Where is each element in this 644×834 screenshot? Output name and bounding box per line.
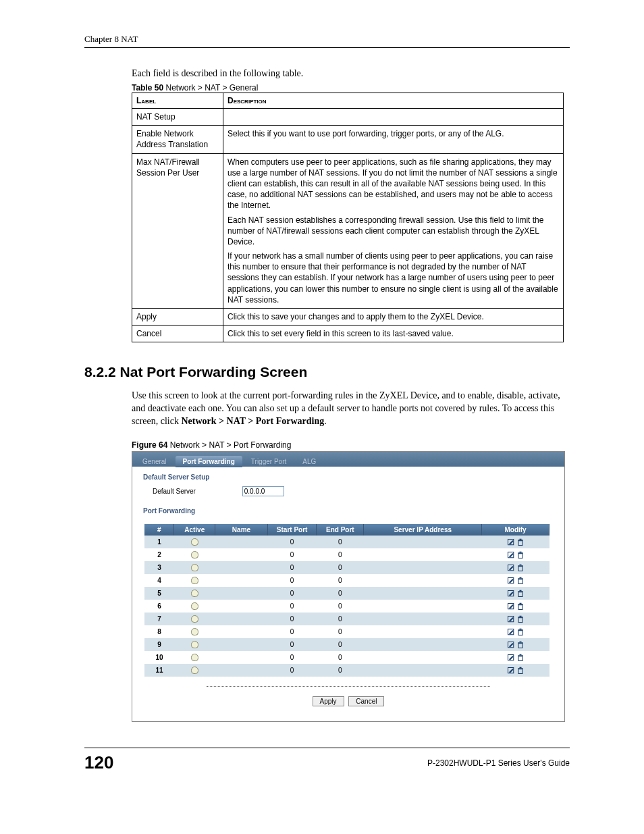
bulb-icon[interactable] bbox=[191, 641, 198, 648]
bulb-icon[interactable] bbox=[191, 602, 198, 610]
delete-icon[interactable] bbox=[516, 615, 525, 622]
svg-rect-15 bbox=[519, 577, 521, 578]
pf-cell-ip bbox=[364, 625, 482, 638]
default-server-label: Default Server bbox=[153, 488, 240, 495]
pf-head-modify: Modify bbox=[482, 524, 549, 536]
bulb-icon[interactable] bbox=[191, 590, 198, 597]
pf-cell-modify bbox=[482, 625, 549, 638]
edit-icon[interactable] bbox=[506, 589, 516, 596]
edit-icon[interactable] bbox=[506, 640, 516, 648]
page-footer: 120 P-2302HWUDL-P1 Series User's Guide bbox=[84, 748, 570, 773]
delete-icon[interactable] bbox=[516, 640, 525, 648]
bulb-icon[interactable] bbox=[191, 538, 198, 546]
bulb-icon[interactable] bbox=[191, 551, 198, 558]
pf-cell-num: 3 bbox=[144, 561, 174, 574]
pf-row: 600 bbox=[144, 600, 549, 613]
pf-cell-ip bbox=[364, 600, 482, 613]
svg-rect-33 bbox=[518, 643, 522, 648]
pf-cell-ip bbox=[364, 651, 482, 664]
svg-rect-10 bbox=[518, 565, 523, 567]
row-desc: Click this to set every field in this sc… bbox=[223, 325, 564, 342]
delete-icon[interactable] bbox=[516, 550, 525, 558]
pf-cell-start: 0 bbox=[268, 536, 317, 548]
edit-icon[interactable] bbox=[506, 550, 516, 558]
bulb-icon[interactable] bbox=[191, 615, 198, 623]
edit-icon[interactable] bbox=[506, 563, 516, 571]
tab-bar: General Port Forwarding Trigger Port ALG bbox=[132, 452, 564, 467]
pf-cell-modify bbox=[482, 587, 549, 600]
pf-cell-active bbox=[174, 664, 215, 677]
edit-icon[interactable] bbox=[506, 602, 516, 609]
intro-text: Each field is described in the following… bbox=[132, 68, 570, 79]
pf-cell-end: 0 bbox=[317, 548, 364, 561]
bulb-icon[interactable] bbox=[191, 577, 198, 584]
tab-alg[interactable]: ALG bbox=[295, 456, 323, 467]
default-server-heading: Default Server Setup bbox=[132, 467, 564, 486]
delete-icon[interactable] bbox=[516, 602, 525, 609]
separator-dotted bbox=[207, 686, 490, 687]
pf-cell-end: 0 bbox=[317, 574, 364, 587]
tab-trigger-port[interactable]: Trigger Port bbox=[244, 456, 294, 467]
svg-rect-39 bbox=[519, 654, 521, 655]
apply-button[interactable]: Apply bbox=[313, 696, 344, 706]
edit-icon[interactable] bbox=[506, 615, 516, 622]
table50-head-label: Label bbox=[132, 93, 223, 109]
delete-icon[interactable] bbox=[516, 576, 525, 583]
svg-rect-31 bbox=[519, 628, 521, 629]
pf-cell-end: 0 bbox=[317, 625, 364, 638]
delete-icon[interactable] bbox=[516, 653, 525, 660]
default-server-input[interactable] bbox=[242, 486, 284, 496]
cancel-button[interactable]: Cancel bbox=[348, 696, 384, 706]
pf-cell-start: 0 bbox=[268, 561, 317, 574]
pf-row: 100 bbox=[144, 536, 549, 548]
pf-cell-active bbox=[174, 574, 215, 587]
edit-icon[interactable] bbox=[506, 666, 516, 673]
table-row: Max NAT/Firewall Session Per User When c… bbox=[132, 153, 564, 308]
table-row: Apply Click this to save your changes an… bbox=[132, 309, 564, 325]
port-forwarding-heading: Port Forwarding bbox=[132, 500, 564, 520]
edit-icon[interactable] bbox=[506, 653, 516, 660]
delete-icon[interactable] bbox=[516, 627, 525, 635]
bulb-icon[interactable] bbox=[191, 667, 198, 674]
delete-icon[interactable] bbox=[516, 563, 525, 571]
table-row: Enable Network Address Translation Selec… bbox=[132, 126, 564, 153]
section-para-t2: . bbox=[324, 416, 327, 426]
pf-cell-active bbox=[174, 587, 215, 600]
row-label: Cancel bbox=[132, 325, 223, 342]
pf-cell-name bbox=[215, 638, 267, 651]
delete-icon[interactable] bbox=[516, 538, 525, 545]
button-row: Apply Cancel bbox=[132, 694, 564, 710]
bulb-icon[interactable] bbox=[191, 564, 198, 571]
edit-icon[interactable] bbox=[506, 538, 516, 545]
row-label: Enable Network Address Translation bbox=[132, 126, 223, 153]
svg-rect-29 bbox=[518, 630, 522, 635]
delete-icon[interactable] bbox=[516, 589, 525, 596]
section-heading: 8.2.2 Nat Port Forwarding Screen bbox=[84, 364, 570, 380]
svg-rect-18 bbox=[518, 591, 523, 592]
pf-cell-num: 10 bbox=[144, 651, 174, 664]
pf-cell-ip bbox=[364, 587, 482, 600]
pf-cell-num: 5 bbox=[144, 587, 174, 600]
figure64-caption-bold: Figure 64 bbox=[132, 440, 167, 450]
bulb-icon[interactable] bbox=[191, 654, 198, 661]
bulb-icon[interactable] bbox=[191, 628, 198, 635]
tab-port-forwarding[interactable]: Port Forwarding bbox=[176, 456, 242, 467]
svg-rect-42 bbox=[518, 668, 523, 669]
edit-icon[interactable] bbox=[506, 627, 516, 635]
table50-caption: Table 50 Network > NAT > General bbox=[132, 83, 570, 93]
delete-icon[interactable] bbox=[516, 666, 525, 673]
edit-icon[interactable] bbox=[506, 576, 516, 583]
pf-head-start: Start Port bbox=[268, 524, 317, 536]
tab-general[interactable]: General bbox=[135, 456, 174, 467]
pf-cell-num: 6 bbox=[144, 600, 174, 613]
pf-cell-ip bbox=[364, 561, 482, 574]
pf-cell-name bbox=[215, 664, 267, 677]
pf-cell-start: 0 bbox=[268, 625, 317, 638]
pf-cell-ip bbox=[364, 548, 482, 561]
pf-cell-end: 0 bbox=[317, 587, 364, 600]
pf-head-end: End Port bbox=[317, 524, 364, 536]
svg-rect-30 bbox=[518, 629, 523, 631]
svg-rect-2 bbox=[518, 540, 523, 541]
row-desc-p1: When computers use peer to peer applicat… bbox=[227, 157, 559, 211]
svg-rect-11 bbox=[519, 564, 521, 565]
